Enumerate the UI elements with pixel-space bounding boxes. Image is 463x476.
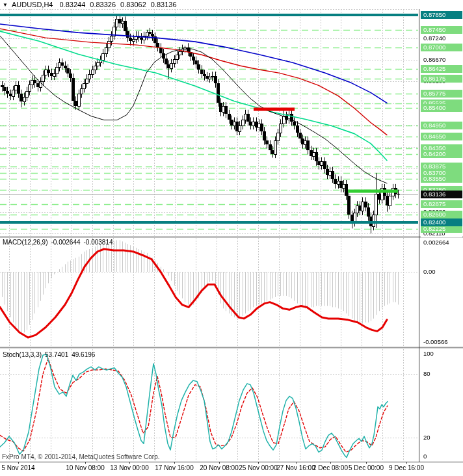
mt4-chart-window: ▼AUDUSD,H40.832440.833260.830620.83136 M… <box>0 0 463 476</box>
chart-canvas[interactable] <box>0 0 463 476</box>
